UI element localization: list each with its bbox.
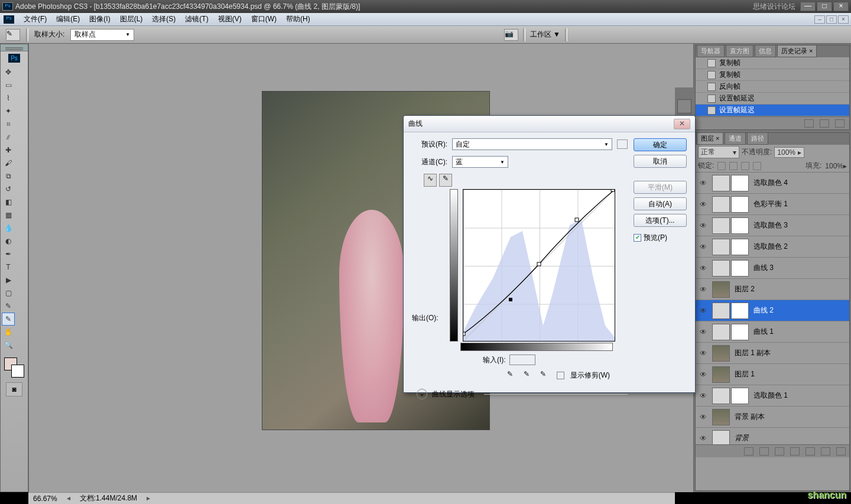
input-field[interactable]	[509, 355, 535, 365]
menu-file[interactable]: 文件(F)	[19, 14, 51, 24]
menu-layer[interactable]: 图层(L)	[115, 14, 148, 24]
layer-row[interactable]: 👁选取颜色 4	[696, 173, 849, 194]
history-item[interactable]: 设置帧延迟	[696, 93, 849, 105]
layer-row[interactable]: 👁选取颜色 3	[696, 215, 849, 236]
preset-combo[interactable]: 自定▼	[452, 138, 612, 150]
layer-row[interactable]: 👁选取颜色 2	[696, 236, 849, 258]
visibility-icon[interactable]: 👁	[696, 264, 711, 272]
options-button[interactable]: 选项(T)...	[634, 214, 687, 227]
channel-combo[interactable]: 蓝▼	[452, 156, 508, 168]
visibility-icon[interactable]: 👁	[696, 179, 711, 187]
type-tool[interactable]: T	[2, 261, 15, 274]
ps-menu-icon[interactable]: Ps	[4, 15, 14, 24]
path-select-tool[interactable]: ▶	[2, 274, 15, 287]
heal-tool[interactable]: ✚	[2, 144, 15, 157]
notes-tool[interactable]: ✎	[2, 300, 15, 313]
tab-channels[interactable]: 通道	[725, 132, 746, 145]
layer-row[interactable]: 👁选取颜色 1	[696, 385, 849, 407]
dodge-tool[interactable]: ◐	[2, 235, 15, 248]
brush-tool[interactable]: 🖌	[2, 157, 15, 170]
history-item[interactable]: 反向帧	[696, 81, 849, 93]
menu-help[interactable]: 帮助(H)	[281, 14, 315, 24]
hand-tool[interactable]: ✋	[2, 326, 15, 339]
gray-eyedropper-icon[interactable]: ✎	[524, 370, 534, 381]
lock-pos-icon[interactable]	[741, 162, 749, 170]
menu-image[interactable]: 图像(I)	[85, 14, 115, 24]
zoom-readout[interactable]: 66.67%	[33, 495, 57, 503]
preview-checkbox[interactable]: ✔	[634, 234, 641, 242]
wand-tool[interactable]: ✦	[2, 105, 15, 118]
crop-tool[interactable]: ⌗	[2, 118, 15, 131]
tab-paths[interactable]: 路径	[747, 132, 768, 145]
history-brush-tool[interactable]: ↺	[2, 183, 15, 196]
quickmask-toggle[interactable]: ◙	[6, 382, 22, 396]
tab-info[interactable]: 信息	[755, 45, 776, 57]
group-icon[interactable]	[805, 447, 815, 456]
expand-toggle[interactable]: ⌄	[417, 389, 427, 399]
trash-icon[interactable]	[835, 119, 844, 128]
new-doc-icon[interactable]	[820, 119, 829, 128]
move-tool[interactable]: ✥	[2, 66, 15, 79]
close-button[interactable]: ×	[833, 2, 849, 11]
tab-history[interactable]: 历史记录 ×	[777, 45, 817, 57]
preset-menu-icon[interactable]	[617, 139, 628, 149]
visibility-icon[interactable]: 👁	[696, 243, 711, 251]
layer-row[interactable]: 👁色彩平衡 1	[696, 194, 849, 215]
stamp-tool[interactable]: ⧉	[2, 170, 15, 183]
fx-icon[interactable]	[759, 447, 769, 456]
adjustment-icon[interactable]	[790, 447, 800, 456]
lasso-tool[interactable]: ⌇	[2, 92, 15, 105]
active-tool-icon[interactable]: ✎	[6, 29, 20, 41]
blend-mode-combo[interactable]: 正常▾	[698, 146, 739, 158]
background-swatch[interactable]	[11, 365, 24, 378]
menu-window[interactable]: 窗口(W)	[246, 14, 281, 24]
tab-navigator[interactable]: 导航器	[697, 45, 725, 57]
show-clipping-checkbox[interactable]	[557, 372, 564, 379]
curve-point[interactable]	[611, 190, 615, 191]
curve-point[interactable]	[575, 218, 579, 222]
bridge-icon[interactable]: 📷	[504, 29, 518, 41]
zoom-tool[interactable]: 🔍	[2, 339, 15, 352]
visibility-icon[interactable]: 👁	[696, 285, 711, 294]
tab-layers[interactable]: 图层 ×	[697, 132, 723, 145]
auto-button[interactable]: 自动(A)	[634, 197, 687, 210]
curve-pencil-tool[interactable]: ✎	[439, 174, 452, 187]
visibility-icon[interactable]: 👁	[696, 434, 711, 443]
sample-size-combo[interactable]: 取样点▼	[70, 29, 134, 41]
new-layer-icon[interactable]	[821, 447, 830, 456]
dialog-titlebar[interactable]: 曲线 ✕	[404, 116, 695, 132]
dialog-close-button[interactable]: ✕	[674, 119, 690, 129]
black-eyedropper-icon[interactable]: ✎	[507, 370, 518, 381]
visibility-icon[interactable]: 👁	[696, 222, 711, 230]
pen-tool[interactable]: ✒	[2, 248, 15, 261]
layer-row[interactable]: 👁曲线 1	[696, 321, 849, 343]
visibility-icon[interactable]: 👁	[696, 370, 711, 379]
ok-button[interactable]: 确定	[634, 138, 687, 151]
layer-row[interactable]: 👁曲线 2	[696, 300, 849, 321]
curve-point[interactable]	[509, 298, 512, 301]
curve-point[interactable]	[537, 262, 541, 266]
visibility-icon[interactable]: 👁	[696, 392, 711, 400]
maximize-button[interactable]: □	[817, 2, 832, 11]
history-item[interactable]: 复制帧	[696, 69, 849, 81]
visibility-icon[interactable]: 👁	[696, 328, 711, 336]
history-item[interactable]: 设置帧延迟	[696, 105, 849, 116]
visibility-icon[interactable]: 👁	[696, 413, 711, 421]
lock-all-icon[interactable]	[753, 162, 761, 170]
dock-icon[interactable]	[677, 99, 691, 113]
info-menu-icon[interactable]: ▶	[147, 496, 150, 501]
workspace-menu[interactable]: 工作区 ▼	[530, 30, 560, 40]
menu-edit[interactable]: 编辑(E)	[51, 14, 85, 24]
trash-icon[interactable]	[836, 447, 846, 456]
slice-tool[interactable]: ⫽	[2, 131, 15, 144]
curves-graph[interactable]	[463, 189, 615, 342]
toolbox-handle[interactable]	[1, 44, 28, 51]
curve-point-tool[interactable]: ∿	[424, 174, 437, 187]
opacity-field[interactable]: 100%▸	[774, 147, 804, 158]
menu-view[interactable]: 视图(V)	[213, 14, 246, 24]
menu-select[interactable]: 选择(S)	[147, 14, 180, 24]
blur-tool[interactable]: 💧	[2, 222, 15, 235]
layer-row[interactable]: 👁背景 副本	[696, 407, 849, 428]
visibility-icon[interactable]: 👁	[696, 307, 711, 315]
marquee-tool[interactable]: ▭	[2, 79, 15, 92]
